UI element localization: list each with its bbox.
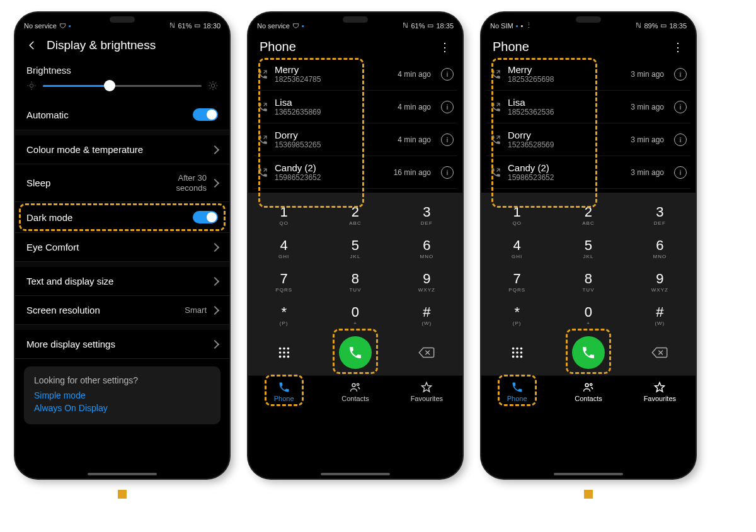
key-digit: 7 bbox=[248, 271, 319, 287]
info-icon[interactable]: i bbox=[674, 166, 687, 179]
keypad-key-4[interactable]: 4 GHI bbox=[481, 231, 553, 264]
dialpad-icon[interactable] bbox=[277, 346, 291, 359]
key-digit: 9 bbox=[391, 271, 462, 287]
info-icon[interactable]: i bbox=[674, 133, 687, 146]
key-sub: + bbox=[319, 320, 391, 326]
nav-phone[interactable]: Phone bbox=[248, 376, 319, 410]
keypad-key-#[interactable]: # (W) bbox=[391, 298, 462, 331]
home-indicator[interactable] bbox=[88, 473, 157, 475]
battery-icon: ▭ bbox=[194, 21, 200, 30]
dark-mode-toggle[interactable] bbox=[193, 211, 218, 224]
call-number: 18253624785 bbox=[275, 75, 386, 84]
dark-mode-label: Dark mode bbox=[26, 212, 72, 223]
keypad-key-9[interactable]: 9 WXYZ bbox=[624, 264, 696, 298]
keypad-key-6[interactable]: 6 MNO bbox=[391, 231, 462, 264]
call-button[interactable] bbox=[339, 336, 372, 369]
call-row[interactable]: Candy (2) 15986523652 16 min ago i bbox=[253, 156, 457, 189]
keypad-key-3[interactable]: 3 DEF bbox=[624, 198, 696, 231]
info-icon[interactable]: i bbox=[441, 166, 454, 179]
automatic-row[interactable]: Automatic bbox=[15, 99, 229, 130]
more-menu-icon[interactable]: ⋮ bbox=[439, 40, 451, 54]
call-row[interactable]: Lisa 13652635869 4 min ago i bbox=[253, 91, 457, 123]
keypad-key-6[interactable]: 6 MNO bbox=[624, 231, 696, 264]
text-size-row[interactable]: Text and display size bbox=[15, 267, 229, 296]
nav-contacts[interactable]: Contacts bbox=[553, 376, 624, 410]
more-settings-row[interactable]: More display settings bbox=[15, 330, 229, 359]
resolution-row[interactable]: Screen resolution Smart bbox=[15, 296, 229, 325]
outgoing-call-icon bbox=[490, 134, 501, 145]
back-icon[interactable] bbox=[26, 40, 38, 51]
simple-mode-link[interactable]: Simple mode bbox=[34, 390, 210, 400]
call-row[interactable]: Dorry 15236528569 3 min ago i bbox=[486, 123, 690, 156]
home-indicator[interactable] bbox=[321, 473, 390, 475]
keypad-key-7[interactable]: 7 PQRS bbox=[481, 264, 553, 298]
info-icon[interactable]: i bbox=[441, 68, 454, 81]
keypad-key-*[interactable]: * (P) bbox=[248, 298, 319, 331]
always-on-link[interactable]: Always On Display bbox=[34, 403, 210, 413]
key-digit: 5 bbox=[319, 237, 391, 254]
keypad-key-1[interactable]: 1 QO bbox=[248, 198, 319, 231]
call-number: 15986523652 bbox=[508, 173, 619, 182]
eye-comfort-row[interactable]: Eye Comfort bbox=[15, 233, 229, 262]
settings-screen: No service 🛡 ▪ ℕ 61% ▭ 18:30 Display & b… bbox=[15, 13, 229, 478]
keypad-key-2[interactable]: 2 ABC bbox=[553, 198, 624, 231]
call-row[interactable]: Dorry 15369853265 4 min ago i bbox=[253, 123, 457, 156]
time-text: 18:30 bbox=[203, 22, 220, 30]
backspace-icon[interactable] bbox=[651, 346, 668, 359]
brightness-slider[interactable] bbox=[43, 85, 202, 87]
info-icon[interactable]: i bbox=[674, 68, 687, 81]
call-row[interactable]: Merry 18253624785 4 min ago i bbox=[253, 58, 457, 91]
resolution-label: Screen resolution bbox=[26, 305, 100, 315]
call-button[interactable] bbox=[572, 336, 605, 369]
call-row[interactable]: Merry 18253265698 3 min ago i bbox=[486, 58, 690, 91]
info-icon[interactable]: i bbox=[441, 101, 454, 113]
key-sub: PQRS bbox=[248, 287, 319, 293]
chevron-right-icon bbox=[210, 306, 219, 315]
key-sub: JKL bbox=[319, 254, 391, 259]
nav-favourites[interactable]: Favourites bbox=[624, 376, 696, 410]
call-time: 3 min ago bbox=[625, 135, 664, 144]
info-icon[interactable]: i bbox=[441, 133, 454, 146]
keypad-key-5[interactable]: 5 JKL bbox=[319, 231, 391, 264]
nav-contacts[interactable]: Contacts bbox=[319, 376, 391, 410]
keypad-key-9[interactable]: 9 WXYZ bbox=[391, 264, 462, 298]
automatic-toggle[interactable] bbox=[193, 108, 218, 121]
call-row[interactable]: Candy (2) 15986523652 3 min ago i bbox=[486, 156, 690, 189]
call-number: 15236528569 bbox=[508, 140, 619, 149]
keypad-key-4[interactable]: 4 GHI bbox=[248, 231, 319, 264]
text-size-label: Text and display size bbox=[26, 276, 113, 286]
key-digit: 8 bbox=[319, 271, 391, 287]
keypad-key-#[interactable]: # (W) bbox=[624, 298, 696, 331]
nav-phone[interactable]: Phone bbox=[481, 376, 553, 410]
svg-point-20 bbox=[278, 356, 281, 358]
colour-mode-row[interactable]: Colour mode & temperature bbox=[15, 135, 229, 164]
dialpad-icon[interactable] bbox=[510, 346, 524, 359]
keypad-key-2[interactable]: 2 ABC bbox=[319, 198, 391, 231]
keypad-key-0[interactable]: 0 + bbox=[319, 298, 391, 331]
outgoing-call-icon bbox=[490, 101, 501, 113]
keypad-key-5[interactable]: 5 JKL bbox=[553, 231, 624, 264]
backspace-icon[interactable] bbox=[418, 346, 435, 359]
keypad-key-3[interactable]: 3 DEF bbox=[391, 198, 462, 231]
phone-icon bbox=[581, 345, 596, 360]
nav-phone-label: Phone bbox=[274, 395, 294, 402]
nav-fav-label: Favourites bbox=[411, 395, 443, 402]
nav-favourites[interactable]: Favourites bbox=[391, 376, 462, 410]
keypad-key-8[interactable]: 8 TUV bbox=[319, 264, 391, 298]
svg-point-35 bbox=[520, 356, 522, 358]
keypad-key-1[interactable]: 1 QO bbox=[481, 198, 553, 231]
sleep-row[interactable]: Sleep After 30 seconds bbox=[15, 164, 229, 202]
notch bbox=[110, 16, 135, 23]
dark-mode-row[interactable]: Dark mode bbox=[15, 202, 229, 233]
brightness-label: Brightness bbox=[15, 60, 229, 78]
keypad-key-8[interactable]: 8 TUV bbox=[553, 264, 624, 298]
call-name: Merry bbox=[275, 64, 386, 75]
call-row[interactable]: Lisa 18525362536 3 min ago i bbox=[486, 91, 690, 123]
keypad-key-*[interactable]: * (P) bbox=[481, 298, 553, 331]
svg-point-0 bbox=[30, 84, 33, 87]
keypad-key-7[interactable]: 7 PQRS bbox=[248, 264, 319, 298]
info-icon[interactable]: i bbox=[674, 101, 687, 113]
keypad-key-0[interactable]: 0 + bbox=[553, 298, 624, 331]
home-indicator[interactable] bbox=[554, 473, 623, 475]
more-menu-icon[interactable]: ⋮ bbox=[672, 40, 684, 54]
